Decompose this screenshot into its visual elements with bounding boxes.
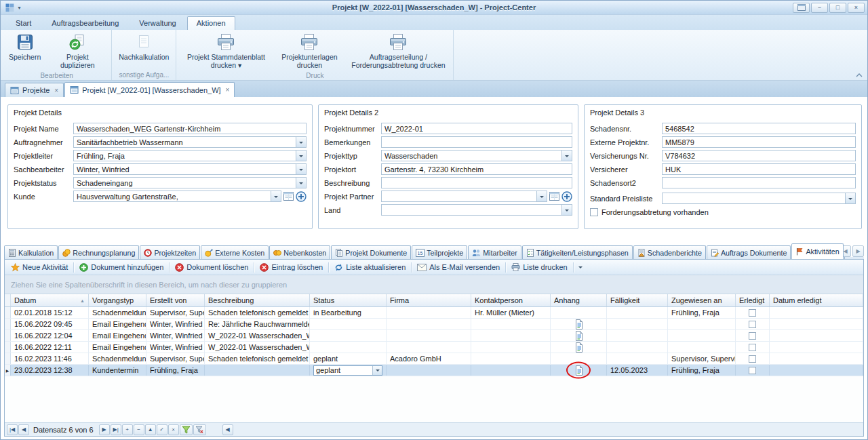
input-versicherer[interactable] bbox=[663, 164, 855, 174]
input-beschreibung[interactable] bbox=[382, 178, 572, 188]
ribbon-tab-verwaltung[interactable]: Verwaltung bbox=[130, 16, 185, 30]
toolbar-button-liste-drucken[interactable]: Liste drucken bbox=[507, 261, 571, 273]
minimize-button[interactable]: − bbox=[811, 3, 828, 13]
input-bemerkungen[interactable] bbox=[382, 137, 572, 147]
tab-aktivitäten[interactable]: Aktivitäten bbox=[791, 243, 843, 259]
column-header-erstellt-von[interactable]: Erstellt von bbox=[146, 294, 205, 306]
filter-icon[interactable] bbox=[180, 424, 193, 435]
column-header-zugewiesen-an[interactable]: Zugewiesen an bbox=[668, 294, 736, 306]
column-header-datum-erledigt[interactable]: Datum erledigt bbox=[770, 294, 863, 306]
grid-row[interactable]: 16.06.2022 12:04Email EingehendWinter, W… bbox=[5, 330, 863, 342]
input-schadensort2[interactable] bbox=[663, 178, 855, 188]
tab-scroll-right-icon[interactable]: ▶ bbox=[852, 245, 864, 257]
input-projektstatus[interactable] bbox=[74, 178, 296, 188]
tab-kalkulation[interactable]: Kalkulation bbox=[4, 245, 58, 259]
column-header-fälligkeit[interactable]: Fälligkeit bbox=[607, 294, 668, 306]
dropdown-button[interactable] bbox=[296, 151, 306, 161]
tab-rechnungsplanung[interactable]: Rechnungsplanung bbox=[58, 245, 139, 259]
add-new-record-button[interactable] bbox=[296, 191, 307, 202]
tab-externe-kosten[interactable]: Externe Kosten bbox=[201, 245, 269, 259]
column-header-beschreibung[interactable]: Beschreibung bbox=[205, 294, 310, 306]
ribbon-tab-aktionen[interactable]: Aktionen bbox=[187, 16, 235, 30]
column-header-datum[interactable]: Datum▲ bbox=[11, 294, 89, 306]
ribbon-tab-start[interactable]: Start bbox=[6, 16, 41, 30]
dropdown-button[interactable] bbox=[561, 205, 572, 215]
nav-cancel-edit-button[interactable]: × bbox=[168, 424, 179, 435]
tab-nebenkosten[interactable]: Nebenkosten bbox=[269, 245, 330, 259]
grid-row[interactable]: 02.01.2018 15:12SchadenmeldungSupervisor… bbox=[5, 307, 863, 319]
app-icon[interactable] bbox=[5, 3, 14, 12]
toolbar-button-liste-aktualisieren[interactable]: Liste aktualisieren bbox=[330, 261, 410, 274]
document-tab-projekt-w-2022-01-wasserscha[interactable]: Projekt [W_2022-01] [Wasserschaden_W]× bbox=[64, 82, 235, 97]
toolbar-button-dokument-hinzufügen[interactable]: Dokument hinzufügen bbox=[75, 261, 167, 274]
tab-tätigkeiten-leistungsphasen[interactable]: Tätigkeiten/Leistungsphasen bbox=[522, 245, 633, 259]
nav-previous-button[interactable]: ◀ bbox=[18, 424, 29, 435]
status-dropdown[interactable]: geplant bbox=[313, 365, 382, 376]
edit-filter-icon[interactable] bbox=[193, 424, 206, 435]
erledigt-checkbox[interactable] bbox=[749, 344, 756, 351]
ribbon-button-projekt-stammdatenblatt-drucken[interactable]: Projekt Stammdatenblatt drucken ▾ bbox=[178, 31, 273, 71]
open-detail-button[interactable] bbox=[283, 192, 294, 201]
nav-first-button[interactable]: |◀ bbox=[7, 424, 18, 435]
dropdown-button[interactable] bbox=[296, 164, 306, 174]
style-button[interactable] bbox=[793, 3, 810, 13]
ribbon-button-speichern[interactable]: Speichern bbox=[4, 31, 45, 63]
input-projektleiter[interactable] bbox=[74, 151, 296, 161]
toolbar-overflow-icon[interactable] bbox=[575, 263, 586, 272]
nav-last-button[interactable]: ▶| bbox=[111, 424, 121, 435]
erledigt-checkbox[interactable] bbox=[749, 367, 756, 374]
input-auftragnehmer[interactable] bbox=[74, 137, 296, 147]
nav-delete-button[interactable]: − bbox=[134, 424, 144, 435]
input-projekt-partner[interactable] bbox=[382, 191, 536, 201]
tab-mitarbeiter[interactable]: Mitarbeiter bbox=[468, 245, 521, 259]
input-versicherungs-nr[interactable] bbox=[663, 151, 855, 161]
column-header-status[interactable]: Status bbox=[310, 294, 387, 306]
close-button[interactable]: × bbox=[848, 3, 865, 13]
dropdown-button[interactable] bbox=[845, 193, 855, 203]
input-projektnummer[interactable] bbox=[382, 123, 572, 134]
input-projekt-name[interactable] bbox=[74, 123, 306, 134]
input-kunde[interactable] bbox=[74, 191, 271, 201]
dropdown-button[interactable] bbox=[561, 151, 572, 161]
toolbar-button-eintrag-löschen[interactable]: Eintrag löschen bbox=[256, 261, 327, 274]
grid-row[interactable]: 15.06.2022 09:45Email EingehendWinter, W… bbox=[5, 319, 863, 330]
open-detail-button[interactable] bbox=[549, 192, 559, 201]
input-externe-projektnr[interactable] bbox=[663, 137, 855, 147]
input-schadensnr[interactable] bbox=[663, 123, 855, 134]
input-sachbearbeiter[interactable] bbox=[74, 164, 296, 174]
column-header-vorgangstyp[interactable]: Vorgangstyp bbox=[89, 294, 146, 306]
grid-row[interactable]: 16.06.2022 12:11Email EingehendWinter, W… bbox=[5, 342, 863, 353]
column-header-firma[interactable]: Firma bbox=[387, 294, 471, 306]
ribbon-button-auftragserteilung-forderungsabtretung-drucken[interactable]: Auftragserteilung / Forderungsabtretung … bbox=[345, 31, 451, 71]
maximize-button[interactable]: □ bbox=[829, 3, 846, 13]
tab-teilprojekte[interactable]: 15Teilprojekte bbox=[412, 245, 467, 259]
input-projektort[interactable] bbox=[382, 164, 572, 174]
tab-schadenberichte[interactable]: Schadenberichte bbox=[633, 245, 706, 259]
input-land[interactable] bbox=[382, 205, 561, 215]
document-tab-projekte[interactable]: Projekte× bbox=[5, 83, 64, 97]
ribbon-button-nachkalkulation[interactable]: Nachkalkulation bbox=[114, 31, 174, 63]
column-header-erledigt[interactable]: Erledigt bbox=[736, 294, 770, 306]
close-tab-icon[interactable]: × bbox=[54, 87, 58, 94]
dropdown-button[interactable] bbox=[536, 191, 547, 201]
ribbon-button-projekt-duplizieren[interactable]: Projekt duplizieren bbox=[45, 31, 109, 71]
grid-row[interactable]: ▶23.02.2023 12:38KundenterminFrühling, F… bbox=[5, 365, 863, 376]
ribbon-button-projektunterlagen-drucken[interactable]: Projektunterlagen drucken bbox=[273, 31, 345, 71]
erledigt-checkbox[interactable] bbox=[749, 355, 756, 363]
input-projekttyp[interactable] bbox=[382, 151, 561, 161]
dropdown-button[interactable] bbox=[296, 178, 306, 188]
forderungsabtretung-checkbox[interactable] bbox=[590, 208, 598, 216]
toolbar-button-neue-aktivität[interactable]: Neue Aktivität bbox=[7, 261, 72, 274]
quick-access-dropdown-icon[interactable]: ▼ bbox=[17, 5, 22, 10]
tab-projekt-dokumente[interactable]: Projekt Dokumente bbox=[331, 245, 411, 259]
nav-end-edit-button[interactable]: ✓ bbox=[157, 424, 167, 435]
close-tab-icon[interactable]: × bbox=[226, 86, 230, 94]
column-header-anhang[interactable]: Anhang bbox=[551, 294, 607, 306]
dropdown-button[interactable] bbox=[271, 191, 281, 201]
column-header-kontaktperson[interactable]: Kontaktperson bbox=[471, 294, 551, 306]
add-new-record-button[interactable] bbox=[561, 191, 572, 202]
dropdown-button[interactable] bbox=[296, 137, 306, 147]
hscroll-left-icon[interactable]: ◀ bbox=[222, 424, 233, 435]
nav-append-button[interactable]: + bbox=[122, 424, 133, 435]
toolbar-button-dokument-löschen[interactable]: Dokument löschen bbox=[171, 261, 252, 274]
